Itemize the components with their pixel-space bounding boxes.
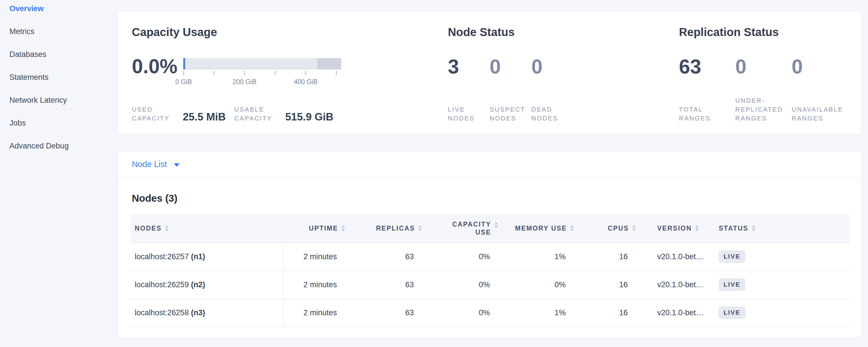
uptime-cell: 2 minutes [283, 243, 351, 271]
used-capacity-stat: USED CAPACITY 25.5 MiB [132, 105, 226, 123]
column-header-memory-use[interactable]: MEMORY USE [504, 214, 580, 243]
status-badge: LIVE [719, 306, 745, 319]
dead-nodes-label: DEAD NODES [531, 105, 573, 123]
cpus-cell: 16 [580, 271, 642, 298]
under-replicated-ranges-label: UNDER- REPLICATED RANGES [735, 96, 792, 123]
replication-status-title: Replication Status [679, 26, 848, 39]
capacity-bar-chart: 0 GiB 200 GiB 400 GiB [183, 58, 341, 88]
capacity-other-segment [317, 58, 341, 69]
total-ranges-stat: 63 TOTAL RANGES [679, 56, 735, 123]
capacity-use-cell: 0% [428, 298, 504, 327]
node-status-section: Node Status 3 LIVE NODES 0 SUSPECT NODES… [448, 26, 679, 121]
unavailable-ranges-label: UNAVAILABLE RANGES [792, 105, 848, 123]
node-address-cell[interactable]: localhost:26257 (n1) [130, 243, 283, 271]
view-selector-dropdown[interactable]: Node List [132, 160, 180, 169]
total-ranges-label: TOTAL RANGES [679, 105, 735, 123]
column-header-version[interactable]: VERSION [642, 214, 712, 243]
column-label: CAPACITY USE [452, 220, 491, 236]
uptime-cell: 2 minutes [283, 298, 351, 327]
cluster-summary-card: Capacity Usage 0.0% 0 GiB 200 GiB 400 Gi… [117, 11, 861, 134]
sidebar-item-advanced-debug[interactable]: Advanced Debug [9, 141, 69, 151]
suspect-nodes-stat: 0 SUSPECT NODES [490, 56, 531, 123]
column-header-cpus[interactable]: CPUS [580, 214, 642, 243]
sort-icon [165, 225, 168, 231]
view-selector-bar: Node List [118, 151, 861, 178]
capacity-bar [183, 58, 341, 69]
capacity-usable-segment [185, 58, 317, 69]
nodes-heading: Nodes (3) [132, 192, 848, 204]
sidebar-item-network-latency[interactable]: Network Latency [9, 96, 67, 105]
capacity-used-segment [183, 58, 185, 69]
version-cell: v20.1.0-bet… [642, 243, 712, 271]
live-nodes-label: LIVE NODES [448, 105, 490, 123]
sidebar: Overview Metrics Databases Statements Ne… [9, 4, 113, 164]
cpus-cell: 16 [580, 243, 642, 271]
node-list-card: Node List Nodes (3) NODES UPTIME [117, 151, 861, 338]
nodes-table: NODES UPTIME REPLICAS CAPACITY USE MEMOR… [130, 214, 850, 327]
column-header-status[interactable]: STATUS [712, 214, 850, 243]
sidebar-item-overview[interactable]: Overview [9, 4, 44, 13]
memory-use-cell: 1% [504, 243, 580, 271]
table-row: localhost:26258 (n3) 2 minutes 63 0% 1% … [130, 298, 850, 327]
used-capacity-label: USED CAPACITY [132, 105, 175, 123]
sidebar-item-metrics[interactable]: Metrics [9, 27, 34, 36]
usable-capacity-stat: USABLE CAPACITY 515.9 GiB [234, 105, 334, 123]
node-id: (n2) [191, 280, 205, 289]
sidebar-item-databases[interactable]: Databases [9, 50, 46, 59]
status-cell: LIVE [712, 298, 850, 327]
column-header-uptime[interactable]: UPTIME [283, 214, 351, 243]
status-badge: LIVE [719, 250, 745, 263]
sort-icon [418, 225, 422, 231]
version-cell: v20.1.0-bet… [642, 271, 712, 298]
under-replicated-ranges-stat: 0 UNDER- REPLICATED RANGES [735, 56, 792, 123]
node-address: localhost:26258 [135, 308, 189, 317]
node-status-title: Node Status [448, 26, 679, 39]
capacity-use-cell: 0% [428, 243, 504, 271]
replicas-cell: 63 [351, 298, 428, 327]
column-label: REPLICAS [376, 224, 415, 232]
node-id: (n3) [191, 308, 205, 317]
version-cell: v20.1.0-bet… [642, 298, 712, 327]
chevron-down-icon [174, 163, 180, 167]
dead-nodes-stat: 0 DEAD NODES [531, 56, 573, 123]
column-label: CPUS [608, 224, 629, 232]
axis-label-400gib: 400 GiB [294, 78, 317, 86]
column-header-capacity-use[interactable]: CAPACITY USE [428, 214, 504, 243]
replicas-cell: 63 [351, 243, 428, 271]
suspect-nodes-value: 0 [490, 56, 531, 77]
axis-tick [183, 71, 184, 75]
status-cell: LIVE [712, 243, 850, 271]
unavailable-ranges-value: 0 [792, 56, 848, 77]
sort-icon [632, 225, 636, 231]
axis-tick [244, 71, 245, 75]
column-header-replicas[interactable]: REPLICAS [351, 214, 428, 243]
sort-icon [752, 225, 755, 231]
memory-use-cell: 1% [504, 298, 580, 327]
column-label: VERSION [657, 224, 692, 232]
sort-icon [570, 225, 574, 231]
sidebar-item-jobs[interactable]: Jobs [9, 119, 26, 128]
replication-status-section: Replication Status 63 TOTAL RANGES 0 UND… [679, 26, 848, 121]
axis-label-200gib: 200 GiB [232, 78, 256, 86]
node-address: localhost:26259 [135, 280, 189, 289]
capacity-usage-title: Capacity Usage [132, 26, 448, 39]
axis-tick [336, 71, 337, 75]
sort-icon [341, 225, 345, 231]
under-replicated-ranges-value: 0 [735, 56, 792, 77]
axis-tick [214, 71, 214, 75]
capacity-usage-section: Capacity Usage 0.0% 0 GiB 200 GiB 400 Gi… [132, 26, 448, 121]
column-header-nodes[interactable]: NODES [130, 214, 283, 243]
usable-capacity-value: 515.9 GiB [285, 111, 334, 123]
node-address-cell[interactable]: localhost:26258 (n3) [130, 298, 283, 327]
sidebar-item-statements[interactable]: Statements [9, 73, 49, 82]
status-badge: LIVE [719, 278, 745, 291]
view-selector-label: Node List [132, 160, 167, 169]
suspect-nodes-label: SUSPECT NODES [490, 105, 531, 123]
uptime-cell: 2 minutes [283, 271, 351, 298]
status-cell: LIVE [712, 271, 850, 298]
node-id: (n1) [191, 252, 205, 261]
column-label: MEMORY USE [515, 224, 567, 232]
capacity-use-cell: 0% [428, 271, 504, 298]
node-address-cell[interactable]: localhost:26259 (n2) [130, 271, 283, 298]
memory-use-cell: 0% [504, 271, 580, 298]
